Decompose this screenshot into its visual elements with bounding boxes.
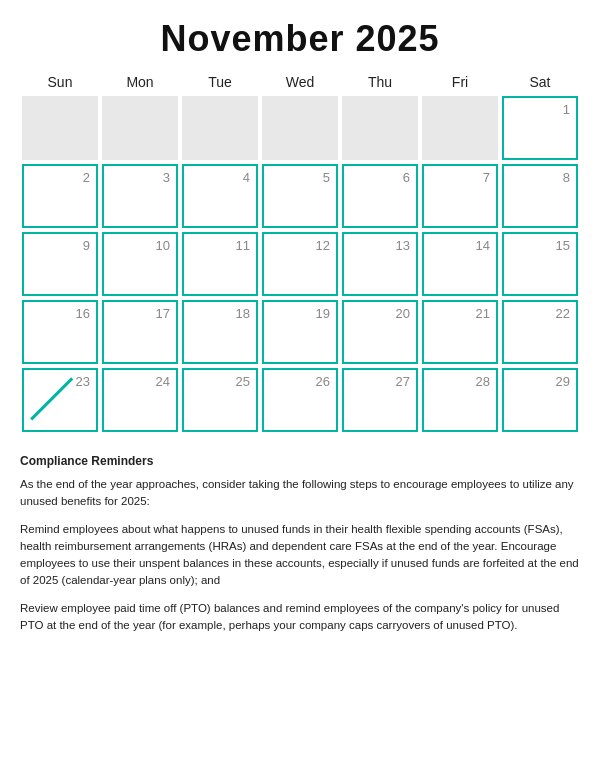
day-number: 1: [563, 102, 570, 117]
day-number: 3: [163, 170, 170, 185]
cal-cell: 28: [420, 366, 500, 434]
day-header-thu: Thu: [340, 74, 420, 94]
cal-cell: 24: [100, 366, 180, 434]
cal-cell: 7: [420, 162, 500, 230]
day-header-sun: Sun: [20, 74, 100, 94]
cal-cell: 16: [20, 298, 100, 366]
day-number: 8: [563, 170, 570, 185]
day-number: 20: [396, 306, 410, 321]
cal-cell: 12: [260, 230, 340, 298]
compliance-title: Compliance Reminders: [20, 452, 580, 470]
cal-cell: [420, 94, 500, 162]
day-number: 26: [316, 374, 330, 389]
cal-cell: [180, 94, 260, 162]
day-number: 22: [556, 306, 570, 321]
day-header-tue: Tue: [180, 74, 260, 94]
day-number: 5: [323, 170, 330, 185]
day-number: 18: [236, 306, 250, 321]
day-number: 19: [316, 306, 330, 321]
day-number: 24: [156, 374, 170, 389]
cal-cell: 23: [20, 366, 100, 434]
cal-cell: 21: [420, 298, 500, 366]
cal-cell: 1: [500, 94, 580, 162]
day-number: 10: [156, 238, 170, 253]
day-number: 6: [403, 170, 410, 185]
compliance-paragraph-1: As the end of the year approaches, consi…: [20, 476, 580, 511]
day-number: 4: [243, 170, 250, 185]
cal-cell: 18: [180, 298, 260, 366]
cal-cell: [20, 94, 100, 162]
day-number: 14: [476, 238, 490, 253]
day-number: 28: [476, 374, 490, 389]
cal-cell: 27: [340, 366, 420, 434]
day-header-fri: Fri: [420, 74, 500, 94]
day-number: 29: [556, 374, 570, 389]
cal-cell: 4: [180, 162, 260, 230]
cal-cell: 9: [20, 230, 100, 298]
cal-cell: 6: [340, 162, 420, 230]
cal-cell: 25: [180, 366, 260, 434]
cal-cell: 15: [500, 230, 580, 298]
day-number: 11: [236, 238, 250, 253]
day-header-mon: Mon: [100, 74, 180, 94]
cal-cell: [100, 94, 180, 162]
cal-cell: 11: [180, 230, 260, 298]
cal-cell: 10: [100, 230, 180, 298]
cal-cell: 26: [260, 366, 340, 434]
cal-cell: 13: [340, 230, 420, 298]
cal-cell: 2: [20, 162, 100, 230]
day-number: 27: [396, 374, 410, 389]
cal-cell: 14: [420, 230, 500, 298]
compliance-section: Compliance Reminders As the end of the y…: [20, 452, 580, 634]
cal-cell: 5: [260, 162, 340, 230]
cal-cell: 3: [100, 162, 180, 230]
cal-cell: 17: [100, 298, 180, 366]
day-number: 2: [83, 170, 90, 185]
cal-cell: [340, 94, 420, 162]
crossed-day-indicator: [24, 370, 96, 430]
cal-cell: 22: [500, 298, 580, 366]
compliance-paragraph-2: Remind employees about what happens to u…: [20, 521, 580, 590]
cal-cell: 8: [500, 162, 580, 230]
cal-cell: 20: [340, 298, 420, 366]
day-number: 16: [76, 306, 90, 321]
day-number: 9: [83, 238, 90, 253]
calendar-table: SunMonTueWedThuFriSat 123456789101112131…: [20, 74, 580, 434]
day-number: 15: [556, 238, 570, 253]
day-number: 7: [483, 170, 490, 185]
cal-cell: 19: [260, 298, 340, 366]
compliance-paragraph-3: Review employee paid time off (PTO) bala…: [20, 600, 580, 635]
cal-cell: 29: [500, 366, 580, 434]
page-title: November 2025: [20, 18, 580, 60]
cal-cell: [260, 94, 340, 162]
day-number: 21: [476, 306, 490, 321]
day-number: 17: [156, 306, 170, 321]
day-header-sat: Sat: [500, 74, 580, 94]
day-number: 13: [396, 238, 410, 253]
day-number: 25: [236, 374, 250, 389]
day-number: 12: [316, 238, 330, 253]
day-header-wed: Wed: [260, 74, 340, 94]
